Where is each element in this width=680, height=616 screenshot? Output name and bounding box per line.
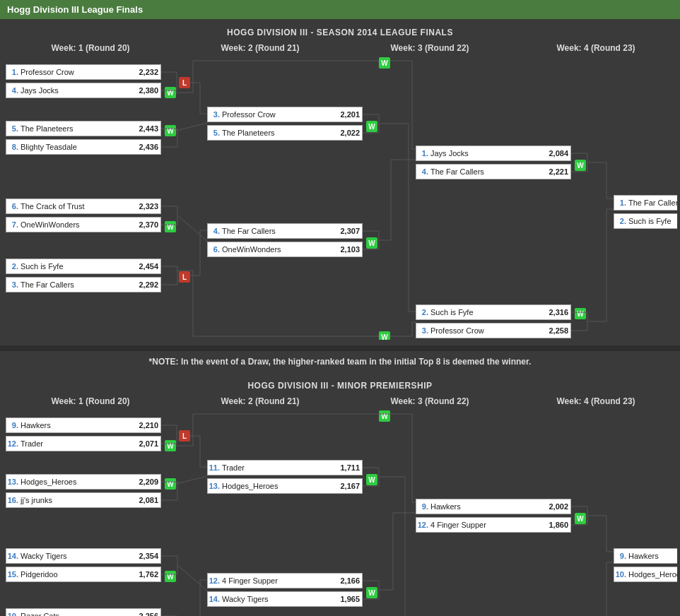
minor-week1-label: Week: 1 (Round 20) (6, 396, 175, 410)
minor-week4-label: Week: 4 (Round 23) (515, 396, 677, 410)
minor-bracket-svg: 9.Hawkers2,210 12.Trader2,071 W 13.Hodge… (6, 410, 677, 616)
finals-title: HOGG DIVISION III - SEASON 2014 LEAGUE F… (6, 25, 674, 43)
minor-section: HOGG DIVISION III - MINOR PREMIERSHIP We… (0, 372, 680, 616)
minor-week2-label: Week: 2 (Round 21) (175, 396, 345, 410)
svg-text:W: W (381, 333, 388, 340)
page-title: Hogg Division III League Finals (0, 0, 680, 19)
svg-line-23 (177, 215, 207, 241)
svg-line-93 (176, 476, 207, 484)
svg-line-17 (176, 123, 207, 131)
svg-text:L: L (182, 79, 187, 87)
minor-title: HOGG DIVISION III - MINOR PREMIERSHIP (6, 378, 674, 396)
finals-week3-label: Week: 3 (Round 22) (345, 43, 515, 57)
svg-text:W: W (368, 589, 375, 597)
svg-line-97 (177, 565, 207, 591)
svg-text:W: W (368, 123, 375, 131)
finals-week2-label: Week: 2 (Round 21) (175, 43, 345, 57)
svg-text:L: L (182, 273, 187, 281)
finals-week4-label: Week: 4 (Round 23) (515, 43, 677, 57)
svg-text:W: W (368, 239, 375, 247)
finals-week1-label: Week: 1 (Round 20) (6, 43, 175, 57)
svg-text:W: W (577, 310, 584, 318)
draw-note: *NOTE: In the event of a Draw, the highe… (0, 351, 680, 372)
minor-week3-label: Week: 3 (Round 22) (345, 396, 515, 410)
svg-text:W: W (381, 59, 388, 67)
finals-section: HOGG DIVISION III - SEASON 2014 LEAGUE F… (0, 19, 680, 345)
svg-text:W: W (577, 162, 584, 170)
svg-text:L: L (182, 432, 187, 440)
finals-bracket-svg: 1.Professor Crow2,232 4.Jays Jocks2,380 … (6, 57, 677, 340)
svg-text:W: W (368, 476, 375, 484)
svg-text:W: W (577, 515, 584, 523)
